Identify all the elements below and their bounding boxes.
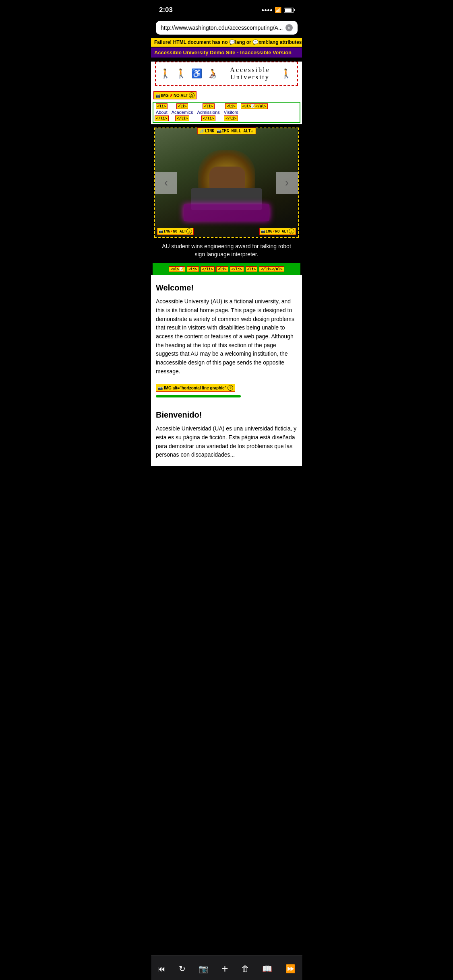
logo-label: Accessible University: [223, 66, 277, 81]
slider-container: 🔗LINK 📷IMG NULL ALT⚠: [151, 124, 302, 275]
logo-text: 🚶 🚶 ♿ 🧑‍🦽 Accessible University 🚶: [160, 66, 293, 81]
address-bar[interactable]: http://www.washington.edu/accesscomputin…: [156, 21, 298, 35]
status-time: 2:03: [159, 6, 173, 14]
slider-prev-button[interactable]: ‹: [155, 172, 177, 194]
slider-caption: AU student wins engineering award for ta…: [151, 238, 302, 263]
url-text: http://www.washington.edu/accesscomputin…: [161, 25, 283, 31]
welcome-body: Accessible University (AU) is a fictiona…: [156, 297, 297, 376]
img-no-alt-right-badge: 📷 IMG ✗ NO ALT ⚠: [259, 228, 296, 235]
clear-url-button[interactable]: ×: [285, 24, 293, 31]
bienvenido-heading: Bienvenido!: [156, 410, 297, 420]
green-line-graphic: [156, 395, 241, 397]
address-bar-container: http://www.washington.edu/accesscomputin…: [151, 18, 302, 38]
li-1: <li>: [187, 266, 199, 272]
battery-icon: [284, 8, 294, 13]
li-2-close: </li>: [230, 266, 244, 272]
bienvenido-body: Accesible Universidad (UA) es una univer…: [156, 424, 297, 459]
logo-figure-2: 🚶: [176, 68, 188, 79]
li-2: <li>: [216, 266, 228, 272]
signal-icon: [262, 9, 272, 11]
status-bar: 2:03 📶: [151, 0, 302, 18]
bienvenido-section: Bienvenido! Accesible Universidad (UA) e…: [151, 410, 302, 466]
nav-item-academics[interactable]: <li> Academics </li>: [170, 103, 195, 121]
img-camera-icon: 📷: [155, 93, 160, 98]
nav-item-about[interactable]: <li> About </li>: [154, 103, 169, 121]
slider-dots-bar: <ul>📝 <li> </li> <li> </li> <li> </li></…: [153, 263, 300, 275]
error-banner: Failure! HTML document has no 💬lang or 💬…: [151, 38, 302, 47]
welcome-heading: Welcome!: [156, 283, 297, 292]
page-title-banner: Accessible University Demo Site - Inacce…: [151, 47, 302, 58]
img-no-alt-left-badge: 📷 IMG ✗ NO ALT ⚠: [157, 228, 194, 235]
logo-figure-3: ♿: [191, 68, 204, 79]
logo-figure-1: 🚶: [160, 68, 172, 79]
li-3: <li>: [246, 266, 258, 272]
x-icon: ✗: [170, 93, 173, 98]
logo-figure-5: 🚶: [281, 68, 293, 79]
main-content: 🚶 🚶 ♿ 🧑‍🦽 Accessible University 🚶 📷 IMG …: [151, 62, 302, 466]
slider-main-image: ‹ › 📷 IMG ✗ NO ALT ⚠: [155, 128, 298, 237]
slider-image-wrapper[interactable]: ‹ › 📷 IMG ✗ NO ALT ⚠: [154, 128, 299, 238]
img-alt-badge: 📷 IMG alt="horizontal line graphic" ?: [156, 384, 235, 392]
ul-end-tag: <ul>📝</ul>: [241, 103, 268, 109]
img-no-alt-top-badge: 📷 IMG ✗ NO ALT ⚠: [153, 91, 197, 99]
nav-item-visitors[interactable]: <li> Visitors </li>: [222, 103, 240, 121]
li-1-close: </li>: [201, 266, 215, 272]
slider-next-button[interactable]: ›: [276, 172, 298, 194]
link-img-null-alt-badge: 🔗LINK 📷IMG NULL ALT⚠: [197, 128, 256, 134]
ul-start-badge: <ul>📝: [169, 266, 185, 272]
status-icons: 📶: [262, 7, 294, 13]
nav-item-admissions[interactable]: <li> Admissions </li>: [196, 103, 221, 121]
wifi-icon: 📶: [275, 7, 281, 13]
help-icon: ⚠: [189, 93, 194, 98]
nav-container: <li> About </li> <li> Academics </li> <l…: [153, 102, 300, 123]
welcome-section: Welcome! Accessible University (AU) is a…: [151, 277, 302, 410]
img-no-alt-top-area: 📷 IMG ✗ NO ALT ⚠: [153, 90, 300, 101]
img-alt-badge-area: 📷 IMG alt="horizontal line graphic" ?: [156, 381, 297, 393]
logo-area: 🚶 🚶 ♿ 🧑‍🦽 Accessible University 🚶: [155, 62, 298, 86]
logo-figure-4: 🧑‍🦽: [207, 68, 219, 79]
li-3-close: </li></ul>: [259, 266, 284, 272]
